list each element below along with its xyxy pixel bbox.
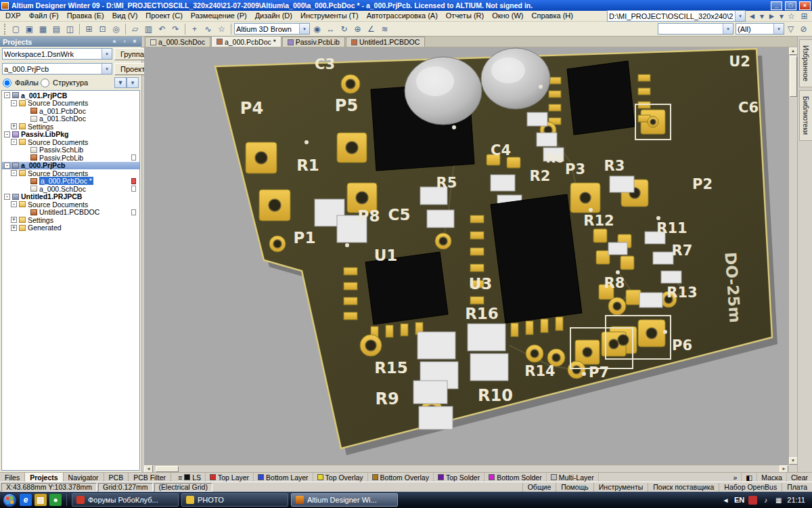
taskbar-button-browser[interactable]: Форумы РобоКлуб... (72, 493, 179, 507)
chevron-down-icon[interactable]: ▾ (723, 24, 733, 34)
tree-row[interactable]: a_001.PcbDoc (2, 107, 139, 115)
print-icon[interactable]: ▤ (50, 22, 63, 35)
maximize-button[interactable]: □ (785, 1, 796, 10)
undo-icon[interactable]: ↶ (156, 22, 168, 35)
project-combo[interactable]: ▾ (2, 63, 112, 75)
print-preview-icon[interactable]: ◫ (64, 22, 76, 35)
workspace-input[interactable] (3, 49, 102, 58)
expand-toggle-icon[interactable]: + (11, 225, 17, 231)
menu-help[interactable]: Справка (H) (527, 11, 577, 21)
expand-toggle-icon[interactable]: - (4, 194, 10, 200)
snapshot-icon[interactable]: ◉ (311, 22, 323, 35)
new-document-icon[interactable]: ▢ (9, 22, 22, 35)
expand-toggle-icon[interactable]: - (4, 131, 10, 137)
tree-row[interactable]: +Settings (2, 123, 139, 131)
panel-tab-pcb[interactable]: PCB (104, 473, 129, 482)
menu-place[interactable]: Размещение (P) (187, 11, 251, 21)
layer-set-tab[interactable]: ≡ LS (174, 473, 206, 482)
expand-toggle-icon[interactable]: + (11, 217, 17, 223)
workspace-combo[interactable]: ▾ (2, 48, 112, 60)
paste-icon[interactable]: ▥ (142, 22, 155, 35)
back-dropdown-icon[interactable]: ▾ (759, 9, 765, 22)
network-icon[interactable]: ▦ (774, 496, 783, 505)
tree-row-selected[interactable]: a_000.PcbDoc * (2, 177, 139, 186)
chevron-down-icon[interactable]: ▾ (735, 11, 745, 21)
forward-dropdown-icon[interactable]: ▾ (778, 9, 785, 22)
panel-button-instruments[interactable]: Инструменты (593, 483, 648, 492)
tree-row[interactable]: +Generated (2, 224, 139, 232)
zoom-fit-icon[interactable]: ⊞ (83, 22, 95, 35)
vertical-scroll-thumb[interactable] (790, 56, 797, 97)
internet-explorer-icon[interactable]: e (20, 494, 32, 506)
recent-path-input[interactable] (608, 12, 735, 20)
horizontal-scroll-thumb[interactable] (156, 466, 179, 472)
panel-button-supplier-search[interactable]: Поиск поставщика (648, 483, 719, 492)
recent-path-combo[interactable]: ▾ (607, 10, 746, 22)
projects-panel-header[interactable]: Projects « ▫ × (0, 37, 141, 47)
right-tab-favorites[interactable]: Избранное (799, 39, 812, 87)
doc-tab-schdoc[interactable]: a_000.SchDoc (145, 37, 210, 47)
zoom-area-icon[interactable]: ⊡ (96, 22, 109, 35)
start-button[interactable] (3, 493, 17, 507)
tree-row[interactable]: +Settings (2, 216, 139, 224)
expand-toggle-icon[interactable]: - (11, 139, 17, 145)
menu-window[interactable]: Окно (W) (488, 11, 527, 21)
chevron-down-icon[interactable]: ▾ (773, 24, 784, 34)
volume-icon[interactable]: ♪ (761, 496, 770, 505)
menu-project[interactable]: Проект (C) (141, 11, 187, 21)
expand-toggle-icon[interactable]: - (4, 92, 10, 98)
menu-file[interactable]: Файл (F) (25, 11, 63, 21)
vertical-scrollbar[interactable]: ▲ ▼ (788, 47, 797, 465)
crosshair-icon[interactable]: + (188, 22, 201, 35)
right-tab-libraries[interactable]: Библиотеки (799, 90, 812, 141)
history-forward-icon[interactable]: ► (765, 9, 778, 22)
tree-row[interactable]: -a_000.PrjPcb (2, 162, 139, 170)
expand-toggle-icon[interactable]: - (4, 163, 10, 169)
menu-reports[interactable]: Отчеты (R) (442, 11, 488, 21)
taskbar-button-photo[interactable]: PHOTO (181, 493, 288, 507)
scroll-down-icon[interactable]: ▼ (789, 457, 798, 465)
tree-row[interactable]: -Source Documents (2, 100, 139, 108)
panel-button-system[interactable]: Общие (522, 483, 556, 492)
menu-design[interactable]: Дизайн (D) (251, 11, 296, 21)
view-configuration-combo[interactable]: ▾ (234, 23, 310, 35)
hidden-icons-chevron[interactable]: ◄ (721, 496, 730, 505)
toolbar-grip[interactable] (4, 24, 7, 35)
panel-tab-navigator[interactable]: Navigator (64, 473, 104, 482)
expand-toggle-icon[interactable]: + (11, 123, 17, 129)
horizontal-scrollbar[interactable]: ◄ ► (144, 465, 788, 472)
tree-row[interactable]: Passiv.SchLib (2, 146, 139, 154)
save-icon[interactable]: ▦ (37, 22, 49, 35)
layer-tab-top-overlay[interactable]: Top Overlay (313, 473, 368, 482)
panel-button-openbus[interactable]: Набор OpenBus (719, 483, 782, 492)
tree-row[interactable]: -Untitled1.PRJPCB (2, 193, 139, 201)
media-app-icon[interactable]: ● (49, 494, 62, 506)
panel-tab-files[interactable]: Files (0, 473, 25, 482)
view-configuration-input[interactable] (235, 24, 299, 33)
mask-query-combo[interactable]: ▾ (658, 23, 734, 35)
project-input[interactable] (3, 64, 102, 73)
panel-tab-pcbfilter[interactable]: PCB Filter (129, 473, 171, 482)
mask-level-button[interactable]: Маска (757, 473, 787, 482)
rotate-3d-icon[interactable]: ↻ (338, 22, 351, 35)
structure-radio[interactable] (41, 79, 49, 87)
menu-edit[interactable]: Правка (E) (63, 11, 108, 21)
tree-row[interactable]: -Passiv.LibPkg (2, 131, 139, 139)
language-indicator[interactable]: EN (734, 496, 744, 504)
menu-autoroute[interactable]: Автотрассировка (A) (363, 11, 442, 21)
pcb-3d-viewport[interactable]: C3 P4 P5 U2 C6 R1 R5 C4 R2 R6 P3 R3 P2 P… (144, 47, 788, 465)
taskbar-button-altium[interactable]: Altium Designer Wi... (291, 493, 398, 507)
expand-toggle-icon[interactable]: - (11, 100, 17, 106)
menu-tools[interactable]: Инструменты (T) (296, 11, 363, 21)
minimize-button[interactable]: _ (771, 1, 782, 10)
redo-icon[interactable]: ↷ (169, 22, 182, 35)
origin-icon[interactable]: ⊕ (351, 22, 364, 35)
scroll-up-icon[interactable]: ▲ (789, 47, 798, 55)
polygon-pour-icon[interactable]: ≋ (378, 22, 391, 35)
files-radio[interactable] (3, 79, 12, 87)
layer-tab-bottom-solder[interactable]: Bottom Solder (484, 473, 547, 482)
layer-tab-top-solder[interactable]: Top Solder (434, 473, 484, 482)
filter-icon[interactable]: ▽ (784, 22, 797, 35)
tree-row[interactable]: -Source Documents (2, 200, 139, 209)
layer-tab-bottom-overlay[interactable]: Bottom Overlay (368, 473, 434, 482)
